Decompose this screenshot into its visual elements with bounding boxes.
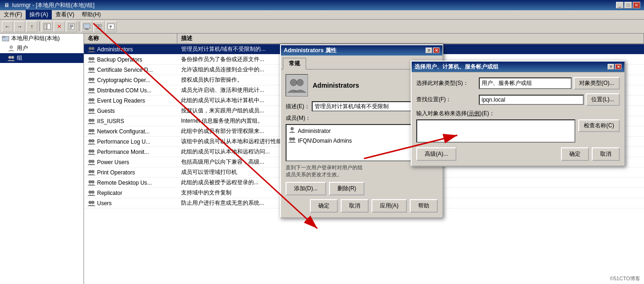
svg-point-16 bbox=[8, 56, 11, 59]
cell-name: Print Operators bbox=[84, 167, 177, 177]
apply-button[interactable]: 应用(A) bbox=[371, 199, 407, 213]
group-row-icon bbox=[88, 200, 95, 207]
group-row-icon bbox=[88, 76, 95, 84]
input-label-row: 输入对象名称来选择(示例)(E)： bbox=[416, 110, 620, 118]
group-row-icon bbox=[88, 189, 95, 197]
admins-icon bbox=[286, 74, 308, 97]
cell-name: Remote Desktop Us... bbox=[84, 178, 177, 187]
help-button[interactable]: 帮助 bbox=[410, 199, 438, 213]
location-value: ipqn.local bbox=[479, 95, 584, 105]
desc-input[interactable] bbox=[312, 101, 414, 111]
cell-name: Backup Operators bbox=[84, 55, 177, 64]
select-close-btn[interactable]: ✕ bbox=[615, 64, 622, 69]
group-row-icon bbox=[88, 169, 95, 176]
ok-button[interactable]: 确定 bbox=[310, 199, 338, 213]
cell-name: Certificate Service D... bbox=[84, 65, 177, 75]
maximize-button[interactable]: □ bbox=[624, 2, 632, 8]
svg-rect-14 bbox=[2, 36, 5, 37]
select-help-btn[interactable]: ? bbox=[608, 64, 614, 69]
svg-point-46 bbox=[89, 191, 91, 194]
group-row-icon bbox=[88, 128, 95, 135]
svg-point-54 bbox=[292, 138, 295, 140]
admins-close-btn[interactable]: ✕ bbox=[433, 48, 440, 53]
delete-button[interactable]: ✕ bbox=[54, 21, 65, 32]
remove-button[interactable]: 删除(R) bbox=[329, 182, 365, 195]
admins-group-name: Administrators bbox=[313, 82, 359, 89]
group-row-icon bbox=[88, 87, 95, 94]
menu-action[interactable]: 操作(A) bbox=[26, 10, 52, 20]
check-names-button[interactable]: 检查名称(C) bbox=[578, 119, 620, 132]
tree-groups[interactable]: 组 bbox=[0, 53, 84, 63]
group-row-icon bbox=[88, 46, 95, 53]
cell-name: Replicator bbox=[84, 188, 177, 198]
computer-button[interactable] bbox=[81, 21, 92, 32]
toolbar: ← → ↑ ✕ ? bbox=[0, 20, 644, 34]
properties-button[interactable] bbox=[66, 21, 77, 32]
minimize-button[interactable]: _ bbox=[616, 2, 623, 8]
obj-type-button[interactable]: 对象类型(O)... bbox=[574, 77, 620, 90]
obj-type-label: 选择此对象类型(S)： bbox=[416, 79, 477, 87]
svg-point-27 bbox=[91, 88, 94, 91]
cell-name: Distributed COM Us... bbox=[84, 85, 177, 95]
svg-point-51 bbox=[297, 79, 303, 86]
svg-point-53 bbox=[289, 138, 292, 140]
cell-name: Network Configurat... bbox=[84, 126, 177, 136]
title-bar-icon: 🖥 bbox=[4, 2, 9, 8]
title-bar: 🖥 lusrmgr - [本地用户和组(本地)\组] _ □ ✕ bbox=[0, 0, 644, 10]
new-group-button[interactable] bbox=[93, 21, 105, 32]
help-button[interactable]: ? bbox=[105, 21, 117, 32]
show-hide-button[interactable] bbox=[42, 21, 53, 32]
select-dialog-title-btns: ? ✕ bbox=[608, 64, 622, 69]
svg-point-21 bbox=[91, 57, 94, 60]
svg-rect-1 bbox=[47, 24, 50, 29]
input-label: 输入对象名称来选择(示例)(E)： bbox=[416, 110, 495, 117]
desc-label: 描述(E)： bbox=[286, 103, 310, 111]
svg-text:?: ? bbox=[109, 25, 112, 29]
svg-point-52 bbox=[291, 127, 294, 130]
svg-point-23 bbox=[91, 68, 94, 70]
location-button[interactable]: 位置(L)... bbox=[586, 93, 620, 106]
admins-dialog-title: Administrators 属性 ? ✕ bbox=[281, 45, 442, 55]
svg-point-18 bbox=[89, 47, 91, 50]
svg-point-31 bbox=[91, 109, 94, 111]
svg-point-29 bbox=[91, 98, 94, 101]
svg-rect-8 bbox=[84, 29, 89, 30]
cancel-button[interactable]: 取消 bbox=[341, 199, 369, 213]
select-dialog[interactable]: 选择用户、计算机、服务帐户或组 ? ✕ 选择此对象类型(S)： 用户、服务帐户或… bbox=[411, 61, 625, 166]
close-button[interactable]: ✕ bbox=[633, 2, 640, 8]
svg-point-34 bbox=[89, 129, 91, 132]
col-header-name[interactable]: 名称 bbox=[84, 34, 177, 43]
svg-point-26 bbox=[89, 88, 91, 91]
object-input[interactable] bbox=[416, 119, 575, 143]
svg-point-19 bbox=[91, 47, 94, 50]
group-row-icon bbox=[88, 107, 95, 115]
tree-root[interactable]: 本地用户和组(本地) bbox=[0, 34, 84, 43]
svg-point-17 bbox=[11, 56, 14, 59]
tree-users[interactable]: 用户 bbox=[0, 43, 84, 53]
up-button[interactable]: ↑ bbox=[26, 21, 37, 32]
menu-file[interactable]: 文件(F) bbox=[0, 10, 26, 20]
cell-name: Cryptographic Oper... bbox=[84, 75, 177, 85]
group-row-icon bbox=[88, 138, 95, 145]
cell-name: Performance Monit... bbox=[84, 147, 177, 157]
svg-point-28 bbox=[89, 98, 91, 101]
admins-help-btn[interactable]: ? bbox=[426, 48, 432, 53]
add-button[interactable]: 添加(D)... bbox=[286, 182, 326, 195]
select-cancel-button[interactable]: 取消 bbox=[592, 147, 620, 161]
group-row-icon bbox=[88, 148, 95, 156]
select-ok-button[interactable]: 确定 bbox=[561, 147, 589, 161]
cell-name: Administrators bbox=[84, 44, 177, 54]
advanced-button[interactable]: 高级(A)... bbox=[416, 147, 456, 161]
title-bar-buttons: _ □ ✕ bbox=[616, 2, 640, 8]
menu-help[interactable]: 帮助(H) bbox=[78, 10, 105, 20]
svg-point-45 bbox=[91, 180, 94, 183]
back-button[interactable]: ← bbox=[2, 21, 13, 32]
tab-general[interactable]: 常规 bbox=[283, 58, 306, 69]
forward-button[interactable]: → bbox=[14, 21, 25, 32]
svg-point-50 bbox=[290, 79, 297, 86]
obj-type-row: 选择此对象类型(S)： 用户、服务帐户或组 对象类型(O)... bbox=[416, 77, 620, 90]
menu-view[interactable]: 查看(V) bbox=[52, 10, 78, 20]
svg-point-48 bbox=[89, 201, 91, 204]
svg-point-42 bbox=[89, 170, 91, 173]
col-header-desc[interactable]: 描述 bbox=[177, 34, 644, 43]
